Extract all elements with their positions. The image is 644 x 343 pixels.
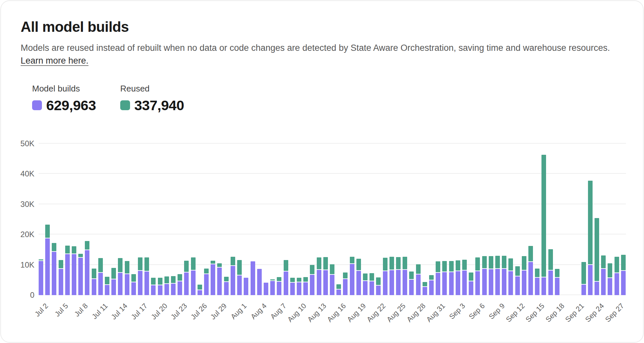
bar-jul-2[interactable] (39, 112, 43, 295)
bar-jul-31[interactable] (231, 112, 235, 295)
bar-aug-22[interactable] (376, 112, 381, 295)
bar-jul-30[interactable] (224, 112, 229, 295)
bar-jul-13[interactable] (111, 112, 116, 295)
bar-aug-7[interactable] (277, 112, 281, 295)
builds-segment (59, 269, 63, 295)
bar-jul-5[interactable] (59, 112, 63, 295)
reused-segment (555, 269, 559, 277)
reused-segment (436, 261, 440, 272)
reused-segment (52, 243, 56, 251)
reused-segment (131, 274, 136, 282)
bar-jul-19[interactable] (151, 112, 156, 295)
bar-sep-16[interactable] (541, 112, 546, 295)
bar-jul-23[interactable] (178, 112, 182, 295)
bar-aug-3[interactable] (251, 112, 255, 295)
bar-sep-2[interactable] (449, 112, 454, 295)
bar-aug-4[interactable] (257, 112, 262, 295)
bar-jul-22[interactable] (171, 112, 176, 295)
bar-aug-30[interactable] (429, 112, 434, 295)
bar-sep-18[interactable] (555, 112, 559, 295)
bar-sep-24[interactable] (595, 112, 599, 295)
bar-jul-16[interactable] (131, 112, 136, 295)
bar-aug-1[interactable] (237, 112, 242, 295)
bar-jul-14[interactable] (118, 112, 123, 295)
bar-aug-21[interactable] (369, 112, 374, 295)
bar-jul-28[interactable] (211, 112, 215, 295)
bar-aug-27[interactable] (409, 112, 414, 295)
reused-segment (184, 261, 189, 272)
bar-jul-17[interactable] (138, 112, 142, 295)
bar-sep-4[interactable] (462, 112, 467, 295)
bar-aug-28[interactable] (416, 112, 421, 295)
bar-jul-21[interactable] (164, 112, 169, 295)
bar-aug-6[interactable] (270, 112, 275, 295)
bar-sep-3[interactable] (456, 112, 460, 295)
builds-segment (343, 279, 348, 295)
bar-aug-29[interactable] (423, 112, 427, 295)
bar-sep-5[interactable] (469, 112, 473, 295)
bar-aug-23[interactable] (383, 112, 388, 295)
bar-aug-18[interactable] (350, 112, 354, 295)
bar-sep-11[interactable] (508, 112, 513, 295)
bar-jul-9[interactable] (85, 112, 89, 295)
reused-segment (469, 272, 473, 281)
bar-aug-15[interactable] (330, 112, 334, 295)
reused-segment (284, 260, 288, 271)
bar-sep-10[interactable] (502, 112, 506, 295)
bar-sep-12[interactable] (515, 112, 520, 295)
bar-aug-8[interactable] (284, 112, 288, 295)
bar-aug-25[interactable] (396, 112, 401, 295)
bar-jul-12[interactable] (105, 112, 109, 295)
bar-aug-24[interactable] (389, 112, 394, 295)
bar-aug-14[interactable] (323, 112, 328, 295)
reused-segment (588, 181, 593, 264)
builds-segment (178, 281, 182, 295)
bar-sep-6[interactable] (475, 112, 480, 295)
bar-jul-25[interactable] (191, 112, 196, 295)
bar-aug-19[interactable] (356, 112, 361, 295)
bar-sep-23[interactable] (588, 112, 593, 295)
bar-jul-8[interactable] (78, 112, 83, 295)
bar-jul-18[interactable] (144, 112, 149, 295)
bar-sep-8[interactable] (489, 112, 493, 295)
bar-aug-16[interactable] (336, 112, 341, 295)
bar-aug-10[interactable] (297, 112, 301, 295)
bar-sep-22[interactable] (581, 112, 586, 295)
bar-aug-5[interactable] (264, 112, 268, 295)
learn-more-link[interactable]: Learn more here. (21, 56, 88, 66)
bar-aug-2[interactable] (244, 112, 248, 295)
bar-jul-20[interactable] (158, 112, 162, 295)
bar-aug-31[interactable] (436, 112, 440, 295)
bar-jul-27[interactable] (204, 112, 209, 295)
bar-jul-11[interactable] (98, 112, 103, 295)
bar-sep-9[interactable] (495, 112, 500, 295)
bar-sep-28[interactable] (621, 112, 626, 295)
bar-jul-10[interactable] (92, 112, 96, 295)
bar-jul-4[interactable] (52, 112, 56, 295)
bar-aug-26[interactable] (403, 112, 407, 295)
bar-jul-3[interactable] (45, 112, 50, 295)
bar-sep-7[interactable] (482, 112, 487, 295)
bar-sep-17[interactable] (548, 112, 553, 295)
bar-jul-15[interactable] (125, 112, 129, 295)
bar-sep-27[interactable] (615, 112, 619, 295)
bar-aug-13[interactable] (317, 112, 321, 295)
bar-sep-26[interactable] (608, 112, 612, 295)
bar-jul-26[interactable] (198, 112, 202, 295)
reused-segment (343, 272, 348, 278)
bar-sep-15[interactable] (535, 112, 540, 295)
bar-sep-1[interactable] (442, 112, 447, 295)
bar-aug-17[interactable] (343, 112, 348, 295)
bar-aug-11[interactable] (303, 112, 308, 295)
bar-aug-20[interactable] (363, 112, 368, 295)
bar-sep-13[interactable] (522, 112, 526, 295)
reused-segment (350, 257, 354, 263)
bar-aug-12[interactable] (310, 112, 314, 295)
bar-jul-6[interactable] (65, 112, 70, 295)
bar-sep-25[interactable] (601, 112, 606, 295)
bar-aug-9[interactable] (290, 112, 295, 295)
bar-sep-14[interactable] (528, 112, 533, 295)
bar-jul-29[interactable] (217, 112, 222, 295)
bar-jul-24[interactable] (184, 112, 189, 295)
bar-jul-7[interactable] (72, 112, 76, 295)
